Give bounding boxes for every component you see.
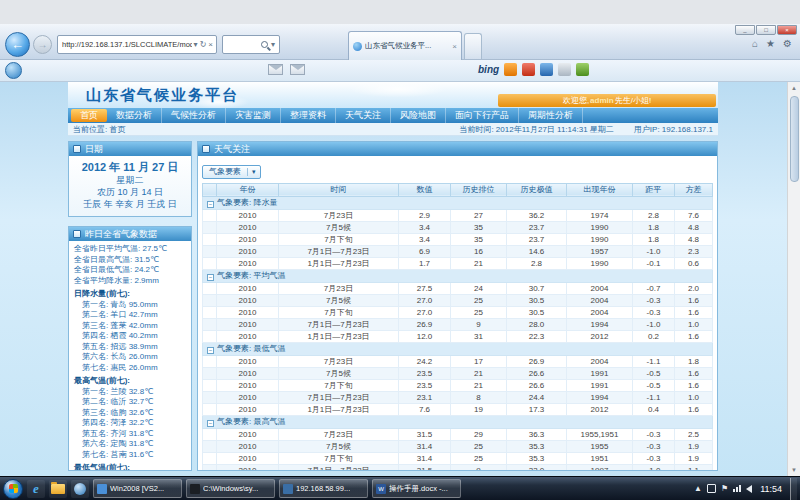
table-cell: 0.2: [633, 330, 675, 342]
taskbar-window-button[interactable]: W操作手册.docx -...: [372, 479, 461, 498]
table-cell: 2010: [217, 330, 279, 342]
table-cell: 2012: [567, 403, 633, 415]
nav-item-0[interactable]: 首页: [71, 109, 107, 122]
nav-item-6[interactable]: 风险地图: [391, 108, 446, 123]
window-label: 192.168.58.99...: [296, 484, 350, 493]
network-icon[interactable]: [733, 485, 741, 492]
nav-item-5[interactable]: 天气关注: [336, 108, 391, 123]
sidebar-stat: 全省平均降水量: 2.9mm: [74, 276, 189, 287]
table-cell: 2010: [217, 367, 279, 379]
table-section-row[interactable]: −气象要素: 平均气温: [203, 269, 713, 282]
mail-icon[interactable]: [290, 64, 305, 75]
table-cell: 2010: [217, 452, 279, 464]
nav-item-4[interactable]: 整理资料: [281, 108, 336, 123]
table-cell: 1991: [567, 379, 633, 391]
stop-icon[interactable]: ×: [208, 40, 213, 49]
search-dropdown-icon[interactable]: ▾: [271, 40, 275, 49]
url-text[interactable]: http://192.168.137.1/SLCCLIMATE/modulers…: [62, 40, 192, 49]
content-row: 日期 2012 年 11 月 27 日 星期二 农历 10 月 14 日 壬辰 …: [68, 136, 718, 471]
row-select-cell: [203, 233, 217, 245]
search-icon[interactable]: [261, 41, 268, 48]
toolbar-green-icon[interactable]: [576, 63, 589, 76]
table-cell: 26.6: [507, 367, 567, 379]
tray-chevron-up-icon[interactable]: ▲: [694, 484, 702, 493]
table-cell: 19: [451, 403, 507, 415]
nav-item-1[interactable]: 数据分析: [107, 108, 162, 123]
table-cell: -0.3: [633, 294, 675, 306]
table-section-row[interactable]: −气象要素: 最高气温: [203, 415, 713, 428]
table-row: 20107月23日31.52936.31955,1951-0.32.5: [203, 428, 713, 440]
refresh-icon[interactable]: ↻: [200, 40, 207, 49]
table-row: 20107月1日—7月23日6.91614.61957-1.02.3: [203, 245, 713, 257]
bing-logo[interactable]: bing: [478, 64, 499, 75]
taskbar-window-button[interactable]: Win2008 [VS2...: [93, 479, 182, 498]
table-cell: 23.7: [507, 233, 567, 245]
nav-item-3[interactable]: 灾害监测: [226, 108, 281, 123]
page-icon: [202, 145, 210, 153]
ime-indicator-icon[interactable]: [707, 484, 716, 493]
row-select-cell: [203, 330, 217, 342]
row-select-cell: [203, 318, 217, 330]
back-button[interactable]: ←: [5, 32, 30, 57]
home-icon[interactable]: ⌂: [752, 38, 758, 49]
table-cell: 29: [451, 428, 507, 440]
table-row: 20107月下旬23.52126.61991-0.51.6: [203, 379, 713, 391]
tab-close-icon[interactable]: ×: [452, 42, 457, 51]
taskbar-media-icon[interactable]: [71, 480, 89, 498]
calendar-panel-header: 日期: [69, 142, 191, 156]
show-desktop-button[interactable]: [790, 478, 797, 500]
toolbar-red-icon[interactable]: [522, 63, 535, 76]
tools-gear-icon[interactable]: ⚙: [783, 38, 792, 49]
element-filter-button[interactable]: 气象要素 ▾: [202, 165, 261, 179]
nav-item-2[interactable]: 气候性分析: [162, 108, 226, 123]
taskbar-window-button[interactable]: 192.168.58.99...: [279, 479, 368, 498]
vertical-scrollbar[interactable]: ▲ ▼: [787, 82, 800, 476]
camera-icon[interactable]: [558, 63, 571, 76]
toolbar-blue-icon[interactable]: [540, 63, 553, 76]
table-cell: 7月1日—7月23日: [279, 318, 399, 330]
taskbar-ie-icon[interactable]: e: [27, 480, 45, 498]
scroll-down-icon[interactable]: ▼: [791, 464, 797, 476]
table-cell: 1997: [567, 464, 633, 470]
address-dropdown-icon[interactable]: ▾: [194, 40, 198, 49]
welcome-username: admin: [590, 96, 614, 105]
collapse-icon[interactable]: −: [207, 347, 214, 354]
close-window-button[interactable]: ×: [777, 25, 797, 35]
table-cell: 1994: [567, 391, 633, 403]
taskbar-window-button[interactable]: C:\Windows\sy...: [186, 479, 275, 498]
collapse-icon[interactable]: −: [207, 420, 214, 427]
table-cell: 2010: [217, 428, 279, 440]
taskbar-explorer-icon[interactable]: [49, 480, 67, 498]
forward-button[interactable]: →: [33, 35, 52, 54]
search-input[interactable]: ▾: [222, 35, 280, 54]
scroll-up-icon[interactable]: ▲: [791, 82, 797, 94]
speaker-icon[interactable]: [746, 485, 752, 493]
toolbar-logo-icon[interactable]: [5, 62, 22, 79]
toolbar-orange-icon[interactable]: [504, 63, 517, 76]
row-select-cell: [203, 440, 217, 452]
window-icon: [283, 484, 293, 494]
table-cell: 17: [451, 355, 507, 367]
collapse-icon[interactable]: −: [207, 201, 214, 208]
user-ip: 用户IP: 192.168.137.1: [634, 124, 713, 135]
collapse-icon[interactable]: −: [207, 274, 214, 281]
table-col-header: 年份: [217, 183, 279, 196]
table-section-row[interactable]: −气象要素: 最低气温: [203, 342, 713, 355]
table-section-row[interactable]: −气象要素: 降水量: [203, 196, 713, 209]
window-icon: [97, 484, 107, 494]
scrollbar-thumb[interactable]: [790, 96, 799, 182]
minimize-button[interactable]: _: [735, 25, 755, 35]
taskbar-clock[interactable]: 11:54: [757, 484, 785, 494]
nav-item-8[interactable]: 周期性分析: [519, 108, 583, 123]
mail-icon[interactable]: [268, 64, 283, 75]
table-cell: 7月23日: [279, 282, 399, 294]
browser-tab[interactable]: 山东省气候业务平... ×: [348, 31, 462, 60]
action-center-flag-icon[interactable]: ⚑: [721, 484, 728, 493]
new-tab-button[interactable]: [464, 33, 482, 59]
nav-item-7[interactable]: 面向下行产品: [446, 108, 519, 123]
maximize-button[interactable]: □: [756, 25, 776, 35]
start-button[interactable]: [3, 479, 23, 499]
status-row: 当前位置: 首页 当前时间: 2012年11月27日 11:14:31 星期二 …: [68, 123, 718, 136]
favorites-star-icon[interactable]: ★: [766, 38, 775, 49]
address-bar[interactable]: http://192.168.137.1/SLCCLIMATE/modulers…: [57, 35, 217, 54]
